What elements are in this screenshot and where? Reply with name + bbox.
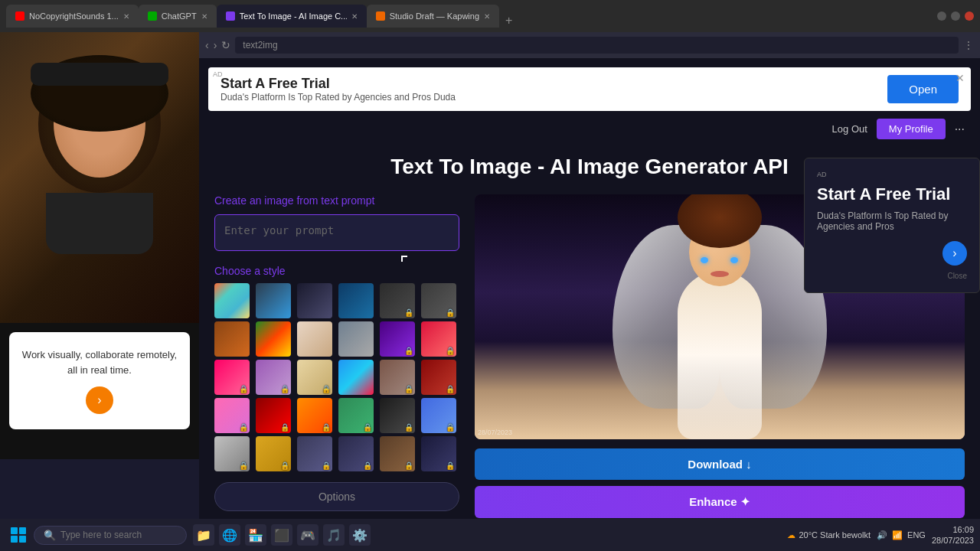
style-item-5[interactable]: 🔒 <box>380 283 415 318</box>
taskbar-clock: 16:09 28/07/2023 <box>932 524 974 546</box>
side-ad-label: AD <box>817 171 967 178</box>
style-section-label: Choose a style <box>214 265 459 277</box>
style-item-1[interactable] <box>214 283 250 318</box>
tab-ncs[interactable]: NoCopyrightSounds 1... ✕ <box>6 5 139 28</box>
style-item-20[interactable]: 🔒 <box>256 398 291 433</box>
collab-arrow-icon: › <box>97 393 101 407</box>
tab-kapwing[interactable]: Studio Draft — Kapwing ✕ <box>367 5 499 28</box>
windows-icon <box>11 527 26 543</box>
ad-open-button[interactable]: Open <box>887 75 959 103</box>
side-ad: AD Start A Free Trial Duda's Platform Is… <box>804 158 980 293</box>
side-ad-title: Start A Free Trial <box>817 184 967 204</box>
new-tab-button[interactable]: + <box>499 14 518 28</box>
download-button[interactable]: Download ↓ <box>475 448 965 480</box>
style-item-30[interactable]: 🔒 <box>421 436 456 471</box>
style-item-10[interactable] <box>338 321 374 357</box>
style-item-3[interactable] <box>297 283 332 318</box>
side-ad-close[interactable]: Close <box>817 272 967 280</box>
enhance-button[interactable]: Enhance ✦ <box>475 486 965 518</box>
style-item-13[interactable]: 🔒 <box>214 360 250 395</box>
taskbar-weather: ☁ 20°C Stark bewolkt <box>787 530 871 540</box>
style-item-14[interactable]: 🔒 <box>256 360 291 395</box>
clock-date: 28/07/2023 <box>932 535 974 546</box>
side-ad-subtitle: Duda's Platform Is Top Rated by Agencies… <box>817 210 967 232</box>
browser-tabs: NoCopyrightSounds 1... ✕ ChatGPT ✕ Text … <box>6 5 934 28</box>
maximize-button[interactable] <box>951 11 960 21</box>
taskbar-icon-app1[interactable]: 🎮 <box>297 524 318 546</box>
style-item-19[interactable]: 🔒 <box>214 398 250 433</box>
taskbar-search-input[interactable] <box>60 530 168 540</box>
browser-chrome: NoCopyrightSounds 1... ✕ ChatGPT ✕ Text … <box>0 0 980 32</box>
style-item-28[interactable]: 🔒 <box>338 436 374 471</box>
collab-arrow-button[interactable]: › <box>86 386 113 414</box>
prompt-input[interactable] <box>214 214 459 251</box>
taskbar-icons: 📁 🌐 🏪 ⬛ 🎮 🎵 ⚙️ <box>193 524 371 546</box>
style-item-21[interactable]: 🔒 <box>297 398 332 433</box>
style-item-7[interactable] <box>214 321 250 357</box>
side-ad-arrow-button[interactable]: › <box>942 241 967 266</box>
taskbar-icon-app3[interactable]: ⚙️ <box>349 524 371 546</box>
style-item-6[interactable]: 🔒 <box>421 283 456 318</box>
tab-close-text2img[interactable]: ✕ <box>351 12 358 21</box>
lock-icon: 🔒 <box>404 385 413 393</box>
close-window-button[interactable] <box>965 11 974 21</box>
lock-icon: 🔒 <box>280 385 289 393</box>
lock-icon: 🔒 <box>404 461 413 470</box>
lock-icon: 🔒 <box>404 347 413 355</box>
styles-grid: 🔒🔒🔒🔒🔒🔒🔒🔒🔒🔒🔒🔒🔒🔒🔒🔒🔒🔒🔒🔒🔒 <box>214 283 459 471</box>
more-button[interactable]: ··· <box>955 122 965 136</box>
taskbar-icon-edge[interactable]: 🌐 <box>219 524 240 546</box>
browser-menu-button[interactable]: ⋮ <box>963 39 974 51</box>
tray-network: 🔊 <box>877 530 887 540</box>
taskbar-search[interactable]: 🔍 <box>34 526 187 545</box>
style-item-18[interactable]: 🔒 <box>421 360 456 395</box>
style-item-11[interactable]: 🔒 <box>380 321 415 357</box>
win-tile-3 <box>11 536 18 543</box>
tab-close-kapwing[interactable]: ✕ <box>484 12 490 21</box>
tab-close-chatgpt[interactable]: ✕ <box>201 12 207 21</box>
taskbar-icon-app2[interactable]: 🎵 <box>323 524 345 546</box>
style-item-15[interactable]: 🔒 <box>297 360 332 395</box>
site-header: Log Out My Profile ··· <box>199 111 980 147</box>
style-item-25[interactable]: 🔒 <box>214 436 250 471</box>
lock-icon: 🔒 <box>322 423 331 432</box>
options-button[interactable]: Options <box>214 482 459 511</box>
taskbar-icon-file[interactable]: 📁 <box>193 524 214 546</box>
style-item-24[interactable]: 🔒 <box>421 398 456 433</box>
logout-button[interactable]: Log Out <box>832 123 867 135</box>
style-item-17[interactable]: 🔒 <box>380 360 415 395</box>
style-item-4[interactable] <box>338 283 374 318</box>
style-item-29[interactable]: 🔒 <box>380 436 415 471</box>
tab-close-ncs[interactable]: ✕ <box>123 12 129 21</box>
webcam-panel: Work visually, collaborate remotely, all… <box>0 32 199 459</box>
ad-close-button[interactable]: ✕ <box>956 72 965 84</box>
style-item-23[interactable]: 🔒 <box>380 398 415 433</box>
lock-icon: 🔒 <box>363 423 372 432</box>
minimize-button[interactable] <box>937 11 946 21</box>
style-item-9[interactable] <box>297 321 332 357</box>
lock-icon: 🔒 <box>363 461 372 470</box>
tab-text2img[interactable]: Text To Image - AI Image C... ✕ <box>217 5 367 28</box>
style-item-12[interactable]: 🔒 <box>421 321 456 357</box>
lock-icon: 🔒 <box>322 461 331 470</box>
refresh-button[interactable]: ↻ <box>221 39 230 51</box>
win-tile-1 <box>11 527 18 534</box>
style-item-8[interactable] <box>256 321 291 357</box>
forward-button[interactable]: › <box>214 39 217 51</box>
tab-favicon-ncs <box>15 11 24 21</box>
style-item-2[interactable] <box>256 283 291 318</box>
back-button[interactable]: ‹ <box>205 39 209 51</box>
webcam-feed <box>0 32 199 323</box>
style-item-22[interactable]: 🔒 <box>338 398 374 433</box>
lock-icon: 🔒 <box>404 308 413 317</box>
ad-label: AD <box>213 70 223 78</box>
profile-button[interactable]: My Profile <box>877 119 946 139</box>
style-item-27[interactable]: 🔒 <box>297 436 332 471</box>
address-bar[interactable]: text2img <box>235 37 959 54</box>
tab-chatgpt[interactable]: ChatGPT ✕ <box>139 5 217 28</box>
taskbar-icon-terminal[interactable]: ⬛ <box>271 524 292 546</box>
start-button[interactable] <box>6 523 31 547</box>
style-item-26[interactable]: 🔒 <box>256 436 291 471</box>
taskbar-icon-store[interactable]: 🏪 <box>245 524 266 546</box>
style-item-16[interactable] <box>338 360 374 395</box>
